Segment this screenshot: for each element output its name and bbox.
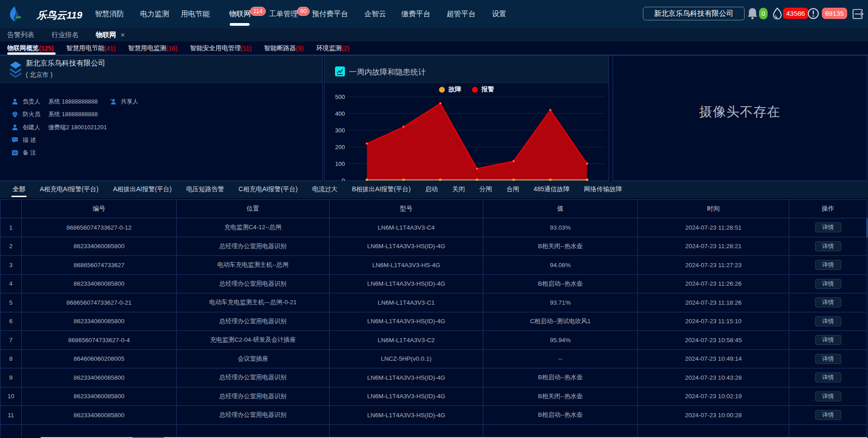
field-label: 共享人: [121, 98, 146, 106]
filter-tab-2[interactable]: A相拔出AI报警(平台): [113, 181, 172, 198]
cell-8-4: --: [483, 349, 638, 368]
company-panel: 新北京乐鸟科技有限公司 ( 北京市 ) 负责人系统 18888888888共享人…: [0, 56, 323, 181]
field-value: 系统 18888888888: [48, 110, 98, 118]
detail-button-3[interactable]: 详情: [815, 260, 841, 270]
filter-tab-12[interactable]: 网络传输故障: [584, 181, 622, 198]
nav-item-6[interactable]: 企智云: [364, 0, 386, 28]
filter-tab-1[interactable]: A相充电AI报警(平台): [40, 181, 99, 198]
filter-tab-9[interactable]: 分闸: [479, 181, 492, 198]
field-label: 描 述: [23, 136, 48, 144]
warning-count-badge[interactable]: 69135: [822, 8, 847, 19]
warning-icon[interactable]: [807, 8, 819, 21]
filter-tab-8[interactable]: 关闭: [452, 181, 465, 198]
col-header-5: 操作: [789, 200, 867, 218]
vertical-scrollbar-thumb[interactable]: [866, 218, 868, 237]
detail-button-8[interactable]: 详情: [815, 354, 841, 364]
cell-4-3: LN6M-L1T4A3V3-HS(ID)-4G: [330, 274, 483, 293]
filter-tab-10[interactable]: 合闸: [506, 181, 519, 198]
detail-button-5[interactable]: 详情: [815, 297, 841, 307]
cell-7-3: LN6M-L1T4A3V3-C2: [330, 331, 483, 350]
table-row-8: 8864606060208005会议室插座LNCZ-5HP(v0.0.1)--2…: [0, 349, 867, 368]
cell-3-5: 2024-07-23 11:27:23: [638, 256, 789, 275]
brand-title: 乐鸟云119: [37, 9, 82, 22]
table-row-7: 7868656074733627-0-4充电监测C2-04-研发及会计插座LN6…: [0, 331, 867, 350]
nav-item-4[interactable]: 工单管理90: [269, 0, 310, 28]
company-button[interactable]: 新北京乐鸟科技有限公司: [643, 7, 745, 20]
logo-icon: [8, 6, 22, 24]
table-row-10: 10862334060085800总经理办公室用电器识别LN6M-L1T4A3V…: [0, 387, 867, 406]
nav-item-8[interactable]: 超管平台: [447, 0, 476, 28]
tab-0[interactable]: 告警列表: [7, 31, 34, 39]
field-label: 创建人: [23, 123, 48, 132]
nav-item-0[interactable]: 智慧消防: [95, 0, 124, 28]
logout-icon[interactable]: [850, 7, 865, 23]
company-name: 新北京乐鸟科技有限公司: [26, 59, 105, 68]
cell-7-1: 868656074733627-0-4: [22, 331, 177, 350]
filter-tab-4[interactable]: C相充电AI报警(平台): [239, 181, 298, 198]
detail-button-7[interactable]: 详情: [815, 335, 841, 345]
cell-1-1: 868656074733627-0-12: [22, 218, 177, 237]
cell-6-4: C相启动--测试电吹风1: [483, 312, 638, 331]
cell-1-2: 充电监测C4-12--总闸: [177, 218, 330, 237]
nav-item-2[interactable]: 用电节能: [181, 0, 210, 28]
cell-3-1: 868656074733627: [22, 256, 177, 275]
subtab-bar: 物联网概览(125)智慧用电节能(41)智慧用电监测(16)智能安全用电管理(1…: [0, 42, 868, 56]
nav-item-9[interactable]: 设置: [492, 0, 506, 28]
filter-tab-6[interactable]: B相拔出AI报警(平台): [352, 181, 410, 198]
nav-badge-4: 90: [297, 7, 310, 16]
cell-11-1: 862334060085800: [22, 406, 177, 425]
svg-text:500: 500: [335, 94, 345, 100]
subtab-3[interactable]: 智能安全用电管理(11): [190, 42, 252, 55]
subtab-0[interactable]: 物联网概览(125): [7, 42, 54, 55]
cell-7-2: 充电监测C2-04-研发及会计插座: [177, 331, 330, 350]
bell-icon[interactable]: [747, 7, 758, 22]
cell-6-5: 2024-07-23 11:15:10: [638, 312, 789, 331]
detail-button-10[interactable]: 详情: [815, 391, 841, 401]
detail-button-9[interactable]: 详情: [815, 372, 841, 382]
cell-9-2: 总经理办公室用电器识别: [177, 368, 330, 387]
cell-2-2: 总经理办公室用电器识别: [177, 237, 330, 256]
tab-2[interactable]: 物联网✕: [96, 31, 125, 39]
cell-2-5: 2024-07-23 11:28:21: [638, 237, 789, 256]
detail-button-2[interactable]: 详情: [815, 241, 841, 251]
col-header-3: 值: [483, 200, 638, 218]
notification-badge[interactable]: 0: [759, 8, 768, 19]
svg-text:300: 300: [335, 127, 345, 134]
nav-item-7[interactable]: 缴费平台: [401, 0, 430, 28]
tab-close-icon[interactable]: ✕: [120, 32, 125, 38]
cell-7-5: 2024-07-23 10:58:45: [638, 331, 789, 350]
filter-tab-11[interactable]: 485通信故障: [533, 181, 569, 198]
detail-button-11[interactable]: 详情: [815, 410, 841, 420]
cell-9-5: 2024-07-23 10:43:28: [638, 368, 789, 387]
filter-tab-3[interactable]: 电压短路告警: [186, 181, 224, 198]
cell-3-3: LN6M-L1T4A3V3-HS-4G: [330, 256, 483, 275]
cell-6-3: LN6M-L1T4A3V3-HS(ID)-4G: [330, 312, 483, 331]
fire-count-badge[interactable]: 43586: [783, 8, 808, 19]
subtab-1[interactable]: 智慧用电节能(41): [66, 42, 116, 55]
subtab-5[interactable]: 环境监测(2): [316, 42, 349, 55]
detail-button-1[interactable]: 详情: [815, 222, 841, 232]
company-panel-header: 新北京乐鸟科技有限公司 ( 北京市 ): [0, 56, 322, 83]
filter-tab-0[interactable]: 全部: [13, 181, 25, 198]
cell-10-1: 862334060085800: [22, 387, 177, 406]
tab-1[interactable]: 行业排名: [52, 31, 79, 39]
cell-11-4: B相启动--热水壶: [483, 406, 638, 425]
detail-button-4[interactable]: 详情: [815, 279, 841, 289]
nav-item-1[interactable]: 电力监测: [140, 0, 169, 28]
filter-tab-5[interactable]: 电流过大: [312, 181, 337, 198]
fire-icon[interactable]: [772, 7, 783, 22]
col-header-0: 编号: [22, 200, 177, 218]
cell-1-5: 2024-07-23 11:28:51: [638, 218, 789, 237]
nav-item-5[interactable]: 预付费平台: [312, 0, 348, 28]
cell-5-1: 868656074733627-0-21: [22, 293, 177, 312]
subtab-4[interactable]: 智能断路器(9): [264, 42, 303, 55]
cell-4-1: 862334060085800: [22, 274, 177, 293]
cell-6-2: 总经理办公室用电器识别: [177, 312, 330, 331]
field-label: 防火员: [23, 110, 48, 118]
cell-8-1: 864606060208005: [22, 349, 177, 368]
fireman-icon: [12, 111, 18, 118]
subtab-2[interactable]: 智慧用电监测(16): [128, 42, 178, 55]
filter-tab-7[interactable]: 启动: [425, 181, 438, 198]
nav-item-3[interactable]: 物联网114: [229, 0, 266, 28]
detail-button-6[interactable]: 详情: [815, 316, 841, 326]
